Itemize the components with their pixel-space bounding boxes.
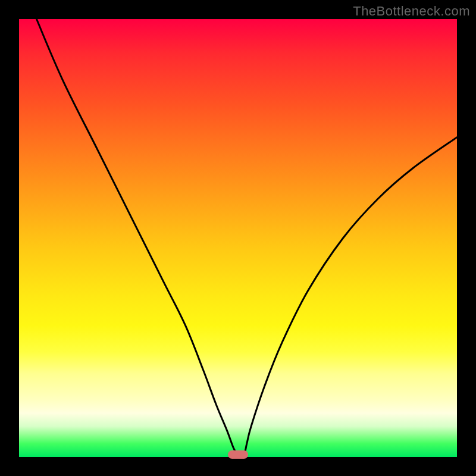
chart-frame: TheBottleneck.com [0, 0, 476, 476]
plot-area [19, 19, 457, 457]
watermark-text: TheBottleneck.com [353, 4, 470, 19]
optimal-marker [228, 450, 248, 459]
curve-path [36, 19, 457, 455]
bottleneck-curve [19, 19, 457, 457]
